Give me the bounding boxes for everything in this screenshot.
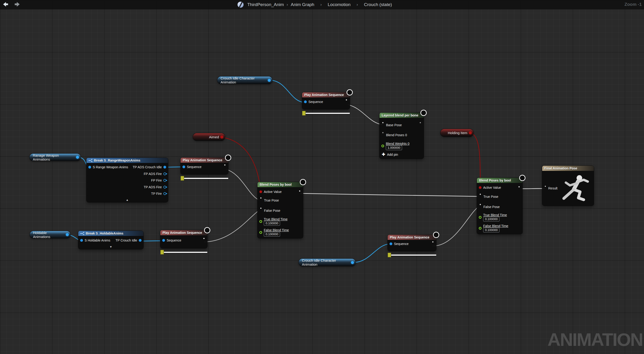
struct-input-pin[interactable]: [88, 166, 91, 168]
output-pin-bool[interactable]: [469, 131, 472, 134]
pin-row-result[interactable]: Result: [544, 186, 558, 191]
float-input-pin[interactable]: [479, 227, 482, 230]
anim-output-pin[interactable]: [139, 239, 142, 242]
expand-arrow-icon[interactable]: ▼: [78, 246, 144, 248]
wire-play-br-to-blend2-false[interactable]: [432, 207, 478, 246]
wire-play-top-to-layered-base[interactable]: [348, 104, 383, 125]
pin-row-base-pose[interactable]: Base Pose: [382, 122, 402, 128]
var-pill-range-weapon-animations[interactable]: Ranage Weapon Animations: [30, 154, 81, 161]
breadcrumb-item-locomotion[interactable]: Locomotion: [328, 2, 350, 7]
node-play-animation-sequence-bottom-right[interactable]: Play Animation Sequence Sequence: [388, 235, 436, 251]
pin-row-false-blend-time[interactable]: False Blend Time 0.100000: [479, 224, 508, 232]
wire-play-bl-to-blend1-false[interactable]: [204, 210, 259, 242]
pin-row-fp-fire[interactable]: FP Fire: [151, 178, 166, 182]
pin-row-false-blend-time[interactable]: False Blend Time 0.100000: [259, 228, 289, 236]
breadcrumb-item-blueprint[interactable]: ThirdPerson_Anim: [247, 2, 284, 7]
struct-input-pin[interactable]: [80, 239, 83, 242]
true-blend-time-input[interactable]: 0.100000: [264, 221, 280, 226]
output-pin-struct[interactable]: [76, 156, 79, 159]
pose-pin-icon: [419, 122, 422, 128]
pin-row-true-pose[interactable]: True Pose: [479, 194, 498, 200]
pin-row-sequence[interactable]: Sequence: [182, 165, 202, 169]
output-pin-struct[interactable]: [66, 233, 69, 236]
pin-row-active-value[interactable]: Active Value: [259, 190, 282, 194]
bool-input-pin[interactable]: [259, 190, 262, 193]
anim-output-pin[interactable]: [164, 192, 166, 195]
forward-arrow-icon[interactable]: [14, 1, 20, 8]
collapse-arrow-icon[interactable]: ▲: [86, 198, 168, 201]
pose-output-pin[interactable]: [223, 164, 226, 170]
true-blend-time-input[interactable]: 0.100000: [483, 217, 500, 222]
pin-row-tp-fire[interactable]: TP Fire: [151, 192, 166, 196]
var-pill-aimed[interactable]: Aimed: [193, 133, 225, 140]
sequence-input-pin[interactable]: [304, 100, 307, 103]
bool-input-pin[interactable]: [479, 186, 482, 189]
pin-row-active-value[interactable]: Active Value: [479, 186, 501, 190]
pose-output-pin[interactable]: [298, 190, 301, 196]
wire-play-mid-to-blend1-true[interactable]: [226, 169, 259, 200]
pin-row-sequence[interactable]: Sequence: [162, 238, 181, 242]
anim-output-pin[interactable]: [164, 179, 166, 182]
pin-row-true-blend-time[interactable]: True Blend Time 0.100000: [259, 217, 288, 226]
pose-output-pin[interactable]: [419, 122, 422, 128]
wire-crouch-bottom-to-play-br[interactable]: [353, 244, 390, 262]
node-layered-blend-per-bone[interactable]: Layered blend per bone Base Pose Blend P…: [380, 113, 424, 159]
float-input-pin[interactable]: [259, 231, 262, 234]
pin-row-input[interactable]: S Holdable Anims: [80, 238, 110, 242]
pin-row-tp-ads-crouch-idle[interactable]: TP ADS Crouch Idle: [133, 165, 166, 169]
var-pill-crouch-idle-bottom[interactable]: Crouch Idle Character Animation: [299, 259, 356, 266]
pin-row-false-pose[interactable]: False Pose: [479, 204, 500, 210]
float-input-pin[interactable]: [259, 220, 262, 223]
animgraph-canvas[interactable]: ANIMATION: [0, 0, 644, 354]
pose-output-pin[interactable]: [202, 238, 206, 244]
false-blend-time-input[interactable]: 0.100000: [264, 232, 280, 236]
anim-output-pin[interactable]: [164, 172, 166, 175]
pin-row-tp-ads-fire[interactable]: TP ADS Fire: [144, 185, 166, 189]
output-pin-animation[interactable]: [351, 261, 354, 264]
pin-row-input[interactable]: S Range Weapon Anims: [88, 165, 128, 169]
sequence-input-pin[interactable]: [162, 239, 165, 242]
wire-blend2-to-final-result[interactable]: [521, 188, 545, 189]
sequence-input-pin[interactable]: [390, 242, 392, 245]
node-play-animation-sequence-mid[interactable]: Play Animation Sequence Sequence: [180, 158, 228, 174]
node-play-animation-sequence-top[interactable]: Play Animation Sequence Sequence: [302, 92, 350, 109]
breadcrumb-item-anim-graph[interactable]: Anim Graph: [291, 2, 314, 7]
node-blend-poses-by-bool-right[interactable]: Blend Poses by bool Active Value True Po…: [477, 178, 522, 234]
add-pin-button[interactable]: ✚ Add pin: [382, 152, 398, 157]
node-final-animation-pose[interactable]: Final Animation Pose Result: [542, 166, 594, 206]
blend-weights-value-input[interactable]: 1.000000: [386, 146, 402, 150]
pin-row-tp-crouch-idle[interactable]: TP Crouch Idle: [116, 238, 142, 242]
pin-row-blend-poses[interactable]: Blend Poses 0: [382, 132, 407, 138]
pin-row-fp-ads-fire[interactable]: FP ADS Fire: [144, 172, 166, 176]
node-blend-poses-by-bool-left[interactable]: Blend Poses by bool Active Value True Po…: [258, 182, 303, 238]
anim-output-pin[interactable]: [164, 166, 166, 168]
pose-output-pin[interactable]: [431, 241, 434, 247]
breadcrumb-item-crouch-state[interactable]: Crouch (state): [364, 2, 392, 7]
float-input-pin[interactable]: [479, 216, 482, 219]
pin-row-sequence[interactable]: Sequence: [390, 242, 408, 246]
wire-crouch-top-to-play-top[interactable]: [270, 80, 305, 102]
pose-output-pin[interactable]: [345, 99, 348, 105]
output-pin-bool[interactable]: [220, 136, 223, 138]
output-pin-animation[interactable]: [268, 79, 271, 82]
var-pill-holdable-animations[interactable]: Holdable Animations: [30, 231, 70, 238]
pin-row-blend-weights[interactable]: Blend Weights 0 1.000000: [382, 142, 410, 150]
node-break-s-holdableanims[interactable]: Break S_HoldableAnims S Holdable Anims T…: [78, 231, 144, 249]
node-title: Blend Poses by bool: [477, 178, 522, 183]
pin-row-sequence[interactable]: Sequence: [304, 100, 323, 104]
pin-row-true-pose[interactable]: True Pose: [259, 197, 279, 203]
pin-row-false-pose[interactable]: False Pose: [259, 208, 280, 214]
anim-output-pin[interactable]: [164, 186, 166, 188]
pin-row-true-blend-time[interactable]: True Blend Time 0.100000: [479, 213, 507, 222]
float-input-pin[interactable]: [382, 144, 384, 147]
var-pill-crouch-idle-top[interactable]: Crouch Idle Character Animation: [217, 76, 272, 84]
pose-output-pin[interactable]: [518, 186, 520, 192]
back-arrow-icon[interactable]: [2, 1, 9, 8]
false-blend-time-input[interactable]: 0.100000: [483, 228, 500, 232]
wire-blend1-to-blend2-true[interactable]: [300, 194, 478, 196]
sequence-input-pin[interactable]: [182, 166, 185, 168]
node-break-s-rangeweaponanims[interactable]: Break S_RangeWeaponAnims S Range Weapon …: [86, 158, 168, 202]
var-pill-holding-item[interactable]: Holding Item: [440, 129, 474, 137]
pin-label: Blend Weights 0: [386, 142, 410, 146]
node-play-animation-sequence-bottom-left[interactable]: Play Animation Sequence Sequence: [160, 230, 207, 248]
